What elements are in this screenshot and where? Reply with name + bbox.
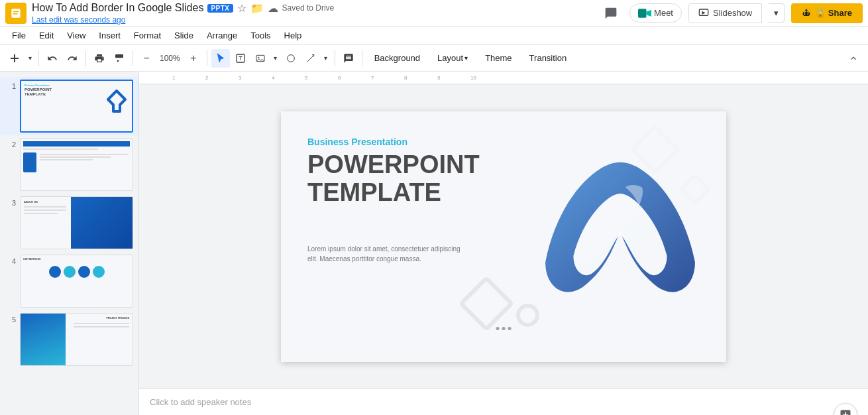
share-label: 🔒 Share — [815, 8, 852, 18]
svg-text:3: 3 — [239, 75, 242, 81]
slide-body-text: Lorem ipsum dolor sit amet, consectetuer… — [307, 244, 461, 264]
svg-text:6: 6 — [338, 75, 341, 81]
blue-arch-graphic — [527, 150, 713, 362]
slide-canvas-wrapper[interactable]: Business Presentation POWERPOINT TEMPLAT… — [139, 85, 868, 388]
separator-5 — [335, 50, 335, 66]
print-button[interactable] — [90, 49, 109, 68]
last-edit-text[interactable]: Last edit was seconds ago — [32, 15, 125, 25]
slide-thumb-4: OUR SERVICES — [20, 255, 133, 308]
slide-thumb-5: PROJECT PROCESS — [20, 313, 133, 366]
separator-4 — [207, 50, 207, 66]
svg-rect-3 — [638, 9, 647, 17]
comment-button[interactable] — [339, 49, 358, 68]
menu-help[interactable]: Help — [278, 28, 309, 43]
menu-insert[interactable]: Insert — [92, 28, 127, 43]
page-dot-1 — [496, 327, 500, 330]
image-tool[interactable] — [251, 49, 270, 68]
slide-title: POWERPOINT TEMPLATE — [307, 151, 480, 207]
slides-panel: 1 Business Presentation POWERPOINTTEMPLA… — [0, 72, 139, 415]
menu-edit[interactable]: Edit — [32, 28, 60, 43]
image-dropdown[interactable]: ▾ — [271, 49, 280, 68]
add-button[interactable] — [5, 49, 24, 68]
zoom-level: 100% — [157, 54, 183, 63]
transition-button[interactable]: Transition — [521, 50, 575, 66]
svg-text:1: 1 — [172, 75, 176, 81]
comments-button[interactable] — [599, 1, 623, 25]
background-button[interactable]: Background — [366, 50, 428, 66]
slide-item-3[interactable]: 3 ABOUT US — [0, 194, 138, 252]
zoom-in-button[interactable]: + — [184, 49, 203, 68]
slide-item-2[interactable]: 2 — [0, 135, 138, 194]
collapse-toolbar-button[interactable] — [844, 49, 863, 68]
undo-button[interactable] — [43, 49, 62, 68]
header-right: Meet Slideshow ▾ 🔒 Share — [599, 1, 863, 25]
layout-button[interactable]: Layout▾ — [429, 50, 476, 66]
separator-6 — [362, 50, 362, 66]
menu-arrange[interactable]: Arrange — [200, 28, 244, 43]
app-logo — [5, 3, 27, 24]
meet-label: Meet — [654, 8, 673, 18]
speaker-notes-placeholder: Click to add speaker notes — [150, 397, 251, 407]
menu-file[interactable]: File — [5, 28, 32, 43]
svg-rect-8 — [808, 12, 810, 15]
saved-to-drive-text: Saved to Drive — [282, 3, 335, 13]
line-tool[interactable] — [301, 49, 320, 68]
slide-pagination — [496, 327, 512, 330]
svg-point-11 — [258, 56, 259, 58]
svg-rect-2 — [13, 13, 18, 15]
meet-button[interactable]: Meet — [629, 3, 682, 23]
ruler: 12 34 56 78 910 — [139, 72, 868, 85]
slide-number-5: 5 — [5, 313, 16, 324]
svg-text:2: 2 — [205, 75, 209, 81]
slide-number-4: 4 — [5, 255, 16, 265]
main-area: 1 Business Presentation POWERPOINTTEMPLA… — [0, 72, 868, 415]
menu-tools[interactable]: Tools — [244, 28, 277, 43]
slide-number-2: 2 — [5, 138, 16, 148]
svg-rect-7 — [806, 11, 808, 15]
svg-marker-4 — [647, 10, 652, 17]
svg-point-12 — [287, 54, 294, 62]
svg-text:4: 4 — [272, 75, 275, 81]
separator-3 — [133, 50, 133, 66]
slide-item-4[interactable]: 4 OUR SERVICES — [0, 252, 138, 310]
paint-format-button[interactable] — [110, 49, 129, 68]
slide-number-3: 3 — [5, 196, 16, 207]
slide-canvas: Business Presentation POWERPOINT TEMPLAT… — [281, 111, 726, 362]
slideshow-label: Slideshow — [713, 8, 752, 18]
cloud-icon: ☁ — [268, 2, 278, 15]
separator-1 — [38, 50, 39, 66]
slideshow-button[interactable]: Slideshow — [688, 3, 762, 23]
toolbar-row: ▾ − 100% + ▾ ▾ Background Layout▾ — [0, 45, 868, 72]
ghost-shape-1 — [459, 276, 515, 332]
folder-icon[interactable]: 📁 — [250, 2, 264, 15]
menu-view[interactable]: View — [60, 28, 92, 43]
slideshow-dropdown-button[interactable]: ▾ — [769, 3, 785, 23]
menu-slide[interactable]: Slide — [168, 28, 200, 43]
line-dropdown[interactable]: ▾ — [321, 49, 331, 68]
speaker-notes[interactable]: Click to add speaker notes — [139, 388, 868, 415]
slide-subtitle: Business Presentation — [307, 137, 407, 147]
svg-text:7: 7 — [371, 75, 374, 81]
title-bar: How To Add Border In Google Slides PPTX … — [0, 0, 868, 27]
editing-area: 12 34 56 78 910 Business Presentati — [139, 72, 868, 415]
dropdown-arrow[interactable]: ▾ — [25, 49, 34, 68]
separator-2 — [85, 50, 86, 66]
menu-bar: File Edit View Insert Format Slide Arran… — [0, 27, 868, 45]
svg-rect-13 — [139, 72, 868, 85]
menu-format[interactable]: Format — [127, 28, 168, 43]
zoom-out-button[interactable]: − — [137, 49, 156, 68]
redo-button[interactable] — [63, 49, 81, 68]
select-tool[interactable] — [211, 49, 230, 68]
share-button[interactable]: 🔒 Share — [791, 3, 863, 23]
slide-item-5[interactable]: 5 PROJECT PROCESS — [0, 310, 138, 369]
slide-item-1[interactable]: 1 Business Presentation POWERPOINTTEMPLA… — [0, 77, 138, 135]
slide-number-1: 1 — [5, 80, 16, 90]
shape-tool[interactable] — [282, 49, 300, 68]
slide-thumb-1: Business Presentation POWERPOINTTEMPLATE — [20, 80, 133, 133]
svg-text:8: 8 — [404, 75, 407, 81]
slide-thumb-2 — [20, 138, 133, 191]
page-dot-3 — [508, 327, 512, 330]
theme-button[interactable]: Theme — [477, 50, 519, 66]
text-tool[interactable] — [231, 49, 250, 68]
star-icon[interactable]: ☆ — [237, 2, 246, 15]
